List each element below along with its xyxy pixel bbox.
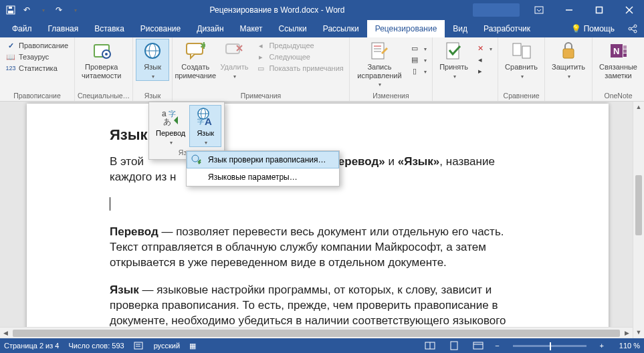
tab-layout[interactable]: Макет <box>232 20 271 37</box>
svg-rect-29 <box>513 43 521 55</box>
chevron-down-icon <box>377 80 381 88</box>
svg-rect-52 <box>473 342 483 349</box>
language-dd-label: Язык <box>197 129 214 137</box>
proofing-language-item[interactable]: Язык проверки правописания… <box>187 151 339 168</box>
undo-icon[interactable]: ↶ <box>21 5 32 15</box>
svg-point-10 <box>634 30 637 33</box>
status-page[interactable]: Страница 2 из 4 <box>4 342 59 350</box>
status-proofing-icon[interactable] <box>134 341 144 350</box>
qat-customize[interactable] <box>70 5 80 15</box>
svg-line-12 <box>631 29 634 31</box>
chevron-down-icon <box>203 138 207 146</box>
language-dropdown-button[interactable]: A字 Язык <box>189 105 221 147</box>
thesaurus-button[interactable]: 📖Тезаурус <box>4 51 70 62</box>
scroll-right-icon[interactable]: ▶ <box>621 330 633 336</box>
tab-developer[interactable]: Разработчик <box>475 20 538 37</box>
tracking-dropdown-1[interactable]: ▭ <box>408 43 428 53</box>
spelling-button[interactable]: ✓Правописание <box>4 40 70 51</box>
account-badge[interactable] <box>473 3 520 17</box>
tracking-dropdown-3[interactable]: ▯ <box>408 66 428 76</box>
new-comment-label: Создать примечание <box>175 63 216 80</box>
horizontal-scrollbar[interactable]: ◀ ▶ <box>0 327 633 338</box>
svg-rect-24 <box>372 43 384 59</box>
next-change-button[interactable]: ▸ <box>473 66 494 76</box>
maximize-icon[interactable] <box>584 0 614 20</box>
tab-draw[interactable]: Рисование <box>132 20 189 37</box>
group-accessibility-label: Специальные… <box>78 91 130 101</box>
status-language[interactable]: русский <box>154 342 180 350</box>
chevron-down-icon <box>520 72 524 80</box>
tab-view[interactable]: Вид <box>445 20 475 37</box>
vertical-scrollbar[interactable]: ▲ ▼ <box>633 102 644 338</box>
accept-button[interactable]: Принять <box>435 39 472 81</box>
svg-rect-46 <box>134 342 142 349</box>
prev-change-button[interactable]: ◂ <box>473 54 494 65</box>
tracking-dropdown-2[interactable]: ▤ <box>408 54 428 65</box>
tab-home[interactable]: Главная <box>40 20 87 37</box>
tab-insert[interactable]: Вставка <box>86 20 132 37</box>
new-comment-icon: ✱ <box>185 40 206 62</box>
protect-button[interactable]: Защитить <box>548 39 589 81</box>
web-layout-icon[interactable] <box>471 340 486 352</box>
scroll-thumb[interactable] <box>635 175 642 235</box>
ribbon-options-icon[interactable] <box>524 0 554 20</box>
zoom-slider[interactable] <box>513 345 586 347</box>
share-button[interactable] <box>621 20 644 37</box>
tell-me-label: Помощь <box>584 24 615 33</box>
language-button[interactable]: Язык <box>136 39 169 81</box>
zoom-out-icon[interactable]: − <box>495 342 499 350</box>
document-page[interactable]: Язык В этой «Перевод» и «Язык», название… <box>27 104 609 338</box>
zoom-in-icon[interactable]: + <box>600 342 604 350</box>
read-mode-icon[interactable] <box>423 340 437 352</box>
tell-me[interactable]: 💡Помощь <box>564 20 621 37</box>
tab-review[interactable]: Рецензирование <box>367 20 445 37</box>
tab-design[interactable]: Дизайн <box>189 20 231 37</box>
next-change-icon: ▸ <box>475 66 486 76</box>
status-words[interactable]: Число слов: 593 <box>68 342 124 350</box>
accept-icon <box>443 40 465 62</box>
delete-comment-button[interactable]: Удалить <box>215 39 253 81</box>
next-comment-button[interactable]: ▸Следующее <box>254 51 344 62</box>
svg-rect-5 <box>596 7 602 13</box>
compare-button[interactable]: Сравнить <box>501 39 542 81</box>
accessibility-button[interactable]: Проверка читаемости <box>78 39 125 81</box>
redo-icon[interactable]: ↷ <box>53 5 64 15</box>
prev-comment-button[interactable]: ◂Предыдущее <box>254 40 344 51</box>
minimize-icon[interactable] <box>554 0 584 20</box>
compare-icon <box>511 40 532 62</box>
scroll-down-icon[interactable]: ▼ <box>633 327 644 338</box>
svg-text:字: 字 <box>197 118 204 125</box>
undo-dropdown[interactable] <box>37 5 48 15</box>
delete-comment-label: Удалить <box>220 63 248 71</box>
tab-mailings[interactable]: Рассылки <box>315 20 367 37</box>
proofing-language-label: Язык проверки правописания… <box>208 155 326 164</box>
reject-button[interactable]: ✕ <box>473 43 494 53</box>
pane-icon: ▯ <box>409 66 420 76</box>
tab-file[interactable]: Файл <box>4 20 40 37</box>
track-changes-button[interactable]: Запись исправлений <box>352 39 407 90</box>
status-accessibility-icon[interactable]: ▦ <box>189 342 196 350</box>
language-prefs-item[interactable]: Языковые параметры… <box>187 168 339 186</box>
scroll-up-icon[interactable]: ▲ <box>633 102 644 113</box>
stats-button[interactable]: 123Статистика <box>4 63 70 74</box>
print-layout-icon[interactable] <box>447 340 461 352</box>
save-icon[interactable] <box>5 5 16 15</box>
translate-icon: a字あ <box>160 106 181 128</box>
show-comments-button[interactable]: ▭Показать примечания <box>254 63 344 74</box>
group-onenote-label: OneNote <box>595 91 641 101</box>
spelling-icon: ✓ <box>5 41 16 50</box>
window-title: Рецензирование в Word.docx - Word <box>86 5 469 15</box>
onenote-button[interactable]: N Связанные заметки <box>595 39 641 81</box>
new-comment-button[interactable]: ✱ Создать примечание <box>175 39 215 81</box>
translate-button[interactable]: a字あ Перевод <box>152 105 189 147</box>
close-icon[interactable] <box>614 0 644 20</box>
language-label: Язык <box>144 63 161 71</box>
svg-rect-1 <box>8 11 13 13</box>
tab-references[interactable]: Ссылки <box>271 20 315 37</box>
hscroll-thumb[interactable] <box>13 330 620 337</box>
svg-text:あ: あ <box>163 117 171 126</box>
zoom-level[interactable]: 110 % <box>613 342 640 350</box>
language-icon <box>142 40 163 62</box>
scroll-left-icon[interactable]: ◀ <box>0 330 11 336</box>
svg-point-8 <box>634 25 637 27</box>
